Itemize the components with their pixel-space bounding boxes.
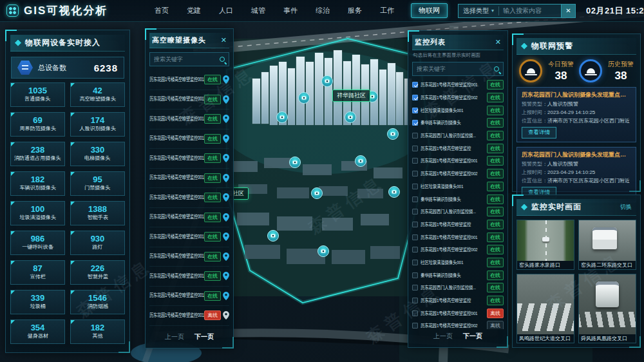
device-stat-card[interactable]: 1035 普通摄像头 bbox=[10, 82, 65, 107]
camera-marker[interactable] bbox=[322, 76, 333, 87]
device-stat-card[interactable]: 174 人脸识别摄像头 bbox=[70, 112, 125, 137]
live-feed-thumbnail[interactable]: 窑头路二环东路交叉口 bbox=[578, 220, 636, 270]
nav-item[interactable]: 服务 bbox=[346, 4, 363, 17]
device-stat-card[interactable]: 100 垃圾满溢摄像头 bbox=[10, 201, 65, 225]
monitor-checkbox[interactable] bbox=[412, 171, 418, 176]
monitor-checkbox[interactable] bbox=[412, 310, 418, 316]
monitor-list-item[interactable]: 历东花园1号楼高空瞭望监控001 在线 bbox=[412, 79, 504, 91]
location-pin-icon[interactable] bbox=[223, 233, 229, 241]
camera-marker[interactable] bbox=[388, 129, 399, 140]
monitor-checkbox[interactable] bbox=[412, 234, 418, 240]
nav-item[interactable]: 工作 bbox=[379, 4, 395, 17]
view-detail-button[interactable]: 查看详情 bbox=[522, 127, 556, 138]
device-stat-card[interactable]: 95 门禁摄像头 bbox=[70, 171, 125, 196]
monitor-checkbox[interactable] bbox=[412, 158, 418, 164]
camera-marker[interactable] bbox=[389, 187, 400, 198]
device-stat-card[interactable]: 330 电梯摄像头 bbox=[70, 142, 125, 166]
location-pin-icon[interactable] bbox=[223, 135, 229, 143]
monitor-checkbox[interactable] bbox=[412, 323, 418, 329]
close-icon[interactable]: ✕ bbox=[495, 39, 501, 46]
monitor-checkbox[interactable] bbox=[412, 298, 418, 303]
camera-list-item[interactable]: 历东花园1号楼高空瞭望监控001 在线 bbox=[149, 287, 229, 307]
device-stat-card[interactable]: 42 高空瞭望摄像头 bbox=[70, 82, 125, 107]
monitor-list-item[interactable]: 历东花园1号楼高空瞭望监控002 在线 bbox=[412, 167, 504, 180]
camera-list-item[interactable]: 历东花园1号楼高空瞭望监控001 在线 bbox=[149, 188, 229, 208]
monitor-list-item[interactable]: 历东花园1号楼高空瞭望监控001 在线 bbox=[412, 155, 504, 167]
prev-page-button[interactable]: 上一页 bbox=[165, 332, 184, 341]
nav-item[interactable]: 城管 bbox=[250, 4, 267, 17]
next-page-button[interactable]: 下一页 bbox=[463, 332, 482, 341]
monitor-list-item[interactable]: 历东花园西门人脸识别监控摄... 在线 bbox=[412, 281, 504, 294]
monitor-checkbox[interactable] bbox=[412, 82, 418, 88]
monitor-list-item[interactable]: 秦华路车辆识别摄像头 在线 bbox=[412, 193, 504, 205]
monitor-checkbox[interactable] bbox=[412, 209, 418, 214]
device-stat-card[interactable]: 226 智慧井盖 bbox=[70, 260, 125, 285]
camera-list-item[interactable]: 历东花园1号楼高空瞭望监控001 在线 bbox=[149, 208, 229, 228]
prev-page-button[interactable]: 上一页 bbox=[433, 332, 453, 341]
location-pin-icon[interactable] bbox=[223, 272, 229, 280]
camera-list-item[interactable]: 历东花园1号楼高空瞭望监控001 在线 bbox=[149, 169, 229, 189]
monitor-list-item[interactable]: 秦华路车辆识别摄像头 在线 bbox=[412, 117, 504, 129]
location-pin-icon[interactable] bbox=[223, 154, 229, 162]
monitor-list-item[interactable]: 历东花园西门人脸识别监控摄... 在线 bbox=[412, 205, 504, 218]
close-icon[interactable]: ✕ bbox=[221, 37, 227, 44]
switch-feeds-button[interactable]: 切换 bbox=[620, 203, 632, 211]
monitor-checkbox[interactable] bbox=[412, 196, 418, 202]
monitor-checkbox[interactable] bbox=[412, 184, 418, 189]
monitor-list-item[interactable]: 社区垃圾满溢摄像头001 在线 bbox=[412, 180, 504, 193]
camera-list-item[interactable]: 历东花园1号楼高空瞭望监控001 在线 bbox=[149, 267, 229, 287]
location-pin-icon[interactable] bbox=[223, 292, 229, 300]
camera-list-item[interactable]: 历东花园1号楼高空瞭望监控001 离线 bbox=[149, 306, 229, 326]
monitor-list-item[interactable]: 秦华路车辆识别摄像头 在线 bbox=[412, 269, 504, 281]
device-stat-card[interactable]: 354 健身器材 bbox=[10, 319, 65, 344]
camera-marker[interactable] bbox=[290, 157, 301, 168]
monitor-checkbox[interactable] bbox=[412, 120, 418, 126]
monitor-checkbox[interactable] bbox=[412, 272, 418, 278]
nav-item[interactable]: 综治 bbox=[314, 4, 331, 17]
device-stat-card[interactable]: 69 周界防范摄像头 bbox=[10, 112, 65, 137]
monitor-checkbox[interactable] bbox=[412, 285, 418, 291]
location-pin-icon[interactable] bbox=[223, 75, 229, 84]
camera-list-item[interactable]: 历东花园1号楼高空瞭望监控001 在线 bbox=[149, 70, 229, 90]
camera-list-item[interactable]: 历东花园1号楼高空瞭望监控001 在线 bbox=[149, 90, 229, 110]
device-stat-card[interactable]: 986 一键呼叫设备 bbox=[10, 231, 65, 255]
monitor-checkbox[interactable] bbox=[412, 133, 418, 138]
location-pin-icon[interactable] bbox=[223, 95, 229, 104]
device-stat-card[interactable]: 87 宣传栏 bbox=[10, 260, 65, 285]
camera-marker[interactable] bbox=[355, 156, 366, 167]
live-feed-thumbnail[interactable]: 窑头路浆水泉路口 bbox=[516, 220, 574, 270]
camera-list-item[interactable]: 历东花园1号楼高空瞭望监控001 在线 bbox=[149, 149, 229, 169]
nav-item[interactable]: 首页 bbox=[153, 4, 170, 17]
location-pin-icon[interactable] bbox=[223, 193, 229, 202]
monitor-list-item[interactable]: 历东花园1号楼高空瞭望监控 在线 bbox=[412, 294, 504, 307]
camera-list-item[interactable]: 历东花园1号楼高空瞭望监控001 在线 bbox=[149, 247, 229, 267]
monitor-search-input[interactable] bbox=[417, 66, 491, 72]
device-stat-card[interactable]: 1546 消防烟感 bbox=[70, 290, 125, 314]
live-feed-thumbnail[interactable]: 舜风路凤凰路交叉口 bbox=[578, 274, 636, 343]
camera-marker[interactable] bbox=[277, 112, 288, 123]
monitor-list-item[interactable]: 历东花园1号楼高空瞭望监控002 在线 bbox=[412, 243, 504, 256]
camera-marker[interactable] bbox=[299, 93, 310, 104]
nav-item[interactable]: 人口 bbox=[218, 4, 234, 17]
camera-search-input[interactable] bbox=[154, 56, 217, 62]
monitor-checkbox[interactable] bbox=[412, 222, 418, 227]
location-pin-icon[interactable] bbox=[223, 213, 229, 222]
close-search-button[interactable]: ✕ bbox=[561, 5, 575, 17]
device-stat-card[interactable]: 1388 智能手表 bbox=[70, 201, 125, 225]
camera-marker[interactable] bbox=[268, 231, 279, 242]
device-stat-card[interactable]: 182 车辆识别摄像头 bbox=[10, 171, 65, 196]
monitor-checkbox[interactable] bbox=[412, 108, 418, 113]
camera-list-item[interactable]: 历东花园1号楼高空瞭望监控001 在线 bbox=[149, 129, 229, 149]
device-stat-card[interactable]: 339 垃圾桶 bbox=[10, 290, 65, 314]
search-input[interactable] bbox=[499, 7, 561, 14]
monitor-list-item[interactable]: 历东花园1号楼高空瞭望监控002 在线 bbox=[412, 91, 504, 104]
location-pin-icon[interactable] bbox=[223, 115, 229, 123]
nav-item[interactable]: 党建 bbox=[185, 4, 202, 17]
monitor-checkbox[interactable] bbox=[412, 95, 418, 100]
nav-item[interactable]: 事件 bbox=[282, 4, 299, 17]
monitor-list-item[interactable]: 历东花园西门人脸识别监控摄... 在线 bbox=[412, 129, 504, 142]
location-pin-icon[interactable] bbox=[223, 174, 229, 182]
monitor-list-item[interactable]: 历东花园1号楼高空瞭望监控001 在线 bbox=[412, 231, 504, 243]
device-stat-card[interactable]: 182 其他 bbox=[70, 319, 125, 344]
device-stat-card[interactable]: 930 路灯 bbox=[70, 231, 125, 255]
